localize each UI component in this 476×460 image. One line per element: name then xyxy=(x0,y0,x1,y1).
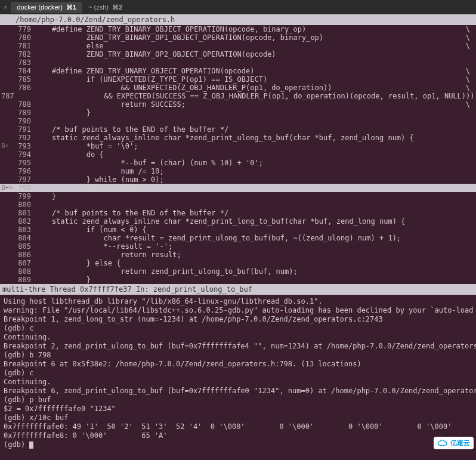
line-number: 807 xyxy=(13,259,35,267)
breakpoint-marker[interactable]: B+> xyxy=(0,184,13,192)
code-line: 808 return zend_print_ulong_to_buf(buf, … xyxy=(0,267,476,276)
code-line: 784 #define ZEND_TRY_UNARY_OBJECT_OPERAT… xyxy=(0,67,476,75)
code-text: num /= 10; xyxy=(35,167,476,175)
line-number: 808 xyxy=(13,267,35,276)
breakpoint-marker[interactable] xyxy=(0,50,13,58)
status-bar: multi-thre Thread 0x7ffff7fe37 In: zend_… xyxy=(0,284,476,295)
breakpoint-marker[interactable] xyxy=(0,42,13,50)
file-path: /home/php-7.0.0/Zend/zend_operators.h xyxy=(16,16,175,24)
breakpoint-marker[interactable] xyxy=(0,75,13,84)
code-line: 783 xyxy=(0,58,476,67)
line-number: 787 xyxy=(1,92,18,100)
breakpoint-marker[interactable] xyxy=(0,234,13,242)
line-number: 809 xyxy=(13,276,35,284)
line-number: 782 xyxy=(13,50,35,58)
breakpoint-marker[interactable] xyxy=(0,242,13,251)
code-line: 786 && UNEXPECTED(Z_OBJ_HANDLER_P(op1, d… xyxy=(0,84,476,92)
breakpoint-marker[interactable] xyxy=(0,175,13,184)
cloud-icon xyxy=(437,440,449,447)
file-path-bar: /home/php-7.0.0/Zend/zend_operators.h xyxy=(0,14,476,25)
code-line: 788 return SUCCESS;\ xyxy=(0,100,476,109)
code-text: && EXPECTED(SUCCESS == Z_OBJ_HANDLER_P(o… xyxy=(18,92,476,100)
code-text: return buf; xyxy=(35,184,476,192)
line-number: 790 xyxy=(13,117,35,125)
line-number: 805 xyxy=(13,242,35,251)
line-number: 804 xyxy=(13,234,35,242)
logo-text: 亿速云 xyxy=(450,439,470,447)
code-text: static zend_always_inline char *zend_pri… xyxy=(35,217,476,226)
breakpoint-marker[interactable] xyxy=(0,200,13,209)
terminal-line: Continuing. xyxy=(4,333,472,342)
breakpoint-marker[interactable] xyxy=(0,25,13,33)
tab-label: docker (docker) xyxy=(17,4,62,11)
code-text: } xyxy=(35,109,476,117)
breakpoint-marker[interactable] xyxy=(0,192,13,200)
line-number: 793 xyxy=(13,142,35,150)
code-line: B+>798 return buf; xyxy=(0,184,476,192)
terminal-line: 0x7fffffffafe8: 0 '\000' 65 'A' xyxy=(4,431,472,440)
code-text: return SUCCESS;\ xyxy=(35,100,476,109)
terminal-line: Breakpoint 6 at 0x5f38e2: /home/php-7.0.… xyxy=(4,360,472,369)
breakpoint-marker[interactable] xyxy=(0,276,13,284)
breakpoint-marker[interactable] xyxy=(0,58,13,67)
terminal-line: (gdb) b 798 xyxy=(4,351,472,360)
breakpoint-marker[interactable] xyxy=(0,217,13,226)
breakpoint-marker[interactable] xyxy=(0,33,13,42)
code-line: B+793 *buf = '\0'; xyxy=(0,142,476,150)
breakpoint-marker[interactable] xyxy=(0,109,13,117)
breakpoint-marker[interactable]: B+ xyxy=(0,142,13,150)
line-number: 803 xyxy=(13,226,35,234)
breakpoint-marker[interactable] xyxy=(0,84,13,92)
breakpoint-marker[interactable] xyxy=(0,117,13,125)
code-text xyxy=(35,58,476,67)
code-line: 796 num /= 10; xyxy=(0,167,476,175)
breakpoint-marker[interactable] xyxy=(0,100,13,109)
line-number: 784 xyxy=(13,67,35,75)
code-text: } while (num > 0); xyxy=(35,175,476,184)
code-text: } else { xyxy=(35,259,476,267)
breakpoint-marker[interactable] xyxy=(0,251,13,259)
terminal-line: warning: File "/usr/local/lib64/libstdc+… xyxy=(4,306,472,315)
code-text: return result; xyxy=(35,251,476,259)
code-text: static zend_always_inline char *zend_pri… xyxy=(35,134,476,142)
terminal-line: (gdb) p buf xyxy=(4,396,472,405)
line-number: 783 xyxy=(13,58,35,67)
code-editor[interactable]: 779 #define ZEND_TRY_BINARY_OBJECT_OPERA… xyxy=(0,25,476,284)
breakpoint-marker[interactable] xyxy=(0,267,13,276)
code-text xyxy=(35,200,476,209)
breakpoint-marker[interactable] xyxy=(0,125,13,134)
terminal-line: Breakpoint 2, zend_print_ulong_to_buf (b… xyxy=(4,342,472,351)
line-number: 799 xyxy=(13,192,35,200)
breakpoint-marker[interactable] xyxy=(0,150,13,159)
code-line: 790 xyxy=(0,117,476,125)
code-line: 789 } xyxy=(0,109,476,117)
code-text: } xyxy=(35,192,476,200)
breakpoint-marker[interactable] xyxy=(0,167,13,175)
terminal-line: $2 = 0x7fffffffafe0 "1234" xyxy=(4,405,472,413)
line-number: 796 xyxy=(13,167,35,175)
gdb-terminal[interactable]: Using host libthread_db library "/lib/x8… xyxy=(0,295,476,452)
terminal-line: Using host libthread_db library "/lib/x8… xyxy=(4,297,472,306)
line-number: 781 xyxy=(13,42,35,50)
breakpoint-marker[interactable] xyxy=(0,67,13,75)
line-number: 779 xyxy=(13,25,35,33)
breakpoint-marker[interactable] xyxy=(0,209,13,217)
tab-label: ~ (zsh) xyxy=(88,4,109,11)
breakpoint-marker[interactable] xyxy=(0,159,13,167)
code-line: 781 else\ xyxy=(0,42,476,50)
code-text: *--result = '-'; xyxy=(35,242,476,251)
terminal-line: (gdb) c xyxy=(4,324,472,333)
code-text: /* buf points to the END of the buffer *… xyxy=(35,125,476,134)
close-icon[interactable]: × xyxy=(0,4,11,11)
tab-zsh[interactable]: ~ (zsh) ⌘2 xyxy=(82,2,128,13)
line-number: 786 xyxy=(13,84,35,92)
tab-docker[interactable]: docker (docker) ⌘1 xyxy=(11,2,82,13)
code-line: 802 static zend_always_inline char *zend… xyxy=(0,217,476,226)
breakpoint-marker[interactable] xyxy=(0,134,13,142)
code-text: && UNEXPECTED(Z_OBJ_HANDLER_P(op1, do_op… xyxy=(35,84,476,92)
breakpoint-marker[interactable] xyxy=(0,226,13,234)
code-line: 809 } xyxy=(0,276,476,284)
terminal-line: (gdb) c xyxy=(4,369,472,378)
code-line: 782 ZEND_TRY_BINARY_OP2_OBJECT_OPERATION… xyxy=(0,50,476,58)
breakpoint-marker[interactable] xyxy=(0,259,13,267)
